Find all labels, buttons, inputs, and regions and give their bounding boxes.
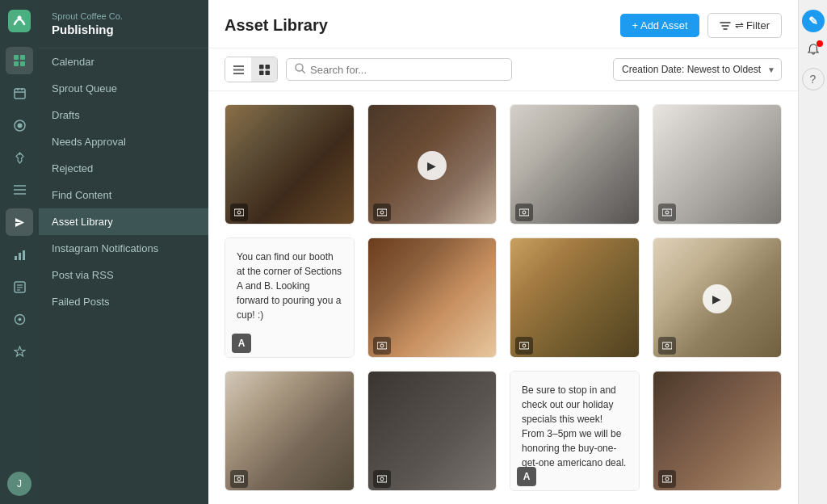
svg-rect-44 xyxy=(519,342,529,349)
view-toggle-group xyxy=(225,57,278,82)
media-type-badge xyxy=(658,337,676,355)
filter-button[interactable]: ⇌ Filter xyxy=(707,13,783,38)
asset-thumbnail xyxy=(225,105,354,225)
sidebar-item-instagram-notifications[interactable]: Instagram Notifications xyxy=(39,235,208,262)
sidebar-item-label: Asset Library xyxy=(52,216,113,228)
svg-rect-6 xyxy=(15,89,25,99)
nav-header: Sprout Coffee Co. Publishing xyxy=(39,0,208,48)
sidebar-item-drafts[interactable]: Drafts xyxy=(39,102,208,128)
svg-point-51 xyxy=(380,477,384,481)
tools-icon-btn[interactable] xyxy=(6,305,33,333)
svg-rect-18 xyxy=(23,250,25,260)
asset-thumbnail: ▶ xyxy=(653,238,782,358)
asset-card[interactable]: Be sure to stop in and check out our hol… xyxy=(510,371,640,491)
starred-icon-btn[interactable] xyxy=(6,338,33,365)
sort-select[interactable]: Creation Date: Newest to Oldest Creation… xyxy=(613,58,782,81)
svg-rect-31 xyxy=(265,70,270,75)
asset-card[interactable]: Store View xyxy=(510,104,640,225)
grid-view-button[interactable] xyxy=(251,57,277,82)
svg-line-33 xyxy=(302,70,305,74)
search-icon xyxy=(295,63,305,76)
media-type-badge xyxy=(658,470,676,488)
asset-card[interactable]: You can find our booth at the corner of … xyxy=(225,237,355,358)
asset-thumbnail xyxy=(368,238,497,358)
svg-point-11 xyxy=(17,123,22,128)
svg-rect-50 xyxy=(377,476,387,482)
toolbar: Creation Date: Newest to Oldest Creation… xyxy=(208,48,798,91)
edit-button[interactable]: ✎ xyxy=(802,10,825,32)
list-icon-btn[interactable] xyxy=(6,176,33,204)
svg-rect-30 xyxy=(259,70,264,75)
svg-rect-2 xyxy=(14,55,19,60)
asset-card[interactable] xyxy=(653,371,783,491)
analytics-icon-btn[interactable] xyxy=(6,241,33,268)
sidebar-item-label: Rejected xyxy=(52,162,93,174)
list-view-button[interactable] xyxy=(225,57,251,82)
svg-point-35 xyxy=(237,211,241,214)
asset-card[interactable] xyxy=(225,371,355,491)
asset-thumbnail xyxy=(368,372,497,491)
send-icon-btn[interactable] xyxy=(6,208,33,236)
sidebar-item-label: Drafts xyxy=(52,109,80,121)
media-type-badge xyxy=(658,204,676,221)
help-button[interactable]: ? xyxy=(802,68,825,90)
asset-card[interactable]: December Special xyxy=(510,237,640,358)
sidebar-item-needs-approval[interactable]: Needs Approval xyxy=(39,128,208,155)
asset-card[interactable]: ▶ How-to Milk Froth xyxy=(653,237,783,358)
reports-icon-btn[interactable] xyxy=(6,273,33,300)
profile-icon-btn[interactable] xyxy=(6,47,33,74)
svg-point-47 xyxy=(665,344,669,347)
company-name: Sprout Coffee Co. xyxy=(52,11,195,21)
inbox-icon-btn[interactable] xyxy=(6,111,33,139)
sidebar-item-find-content[interactable]: Find Content xyxy=(39,182,208,208)
media-type-badge xyxy=(515,337,533,355)
asset-card[interactable]: Pour Over Top xyxy=(653,104,783,225)
grid-view-icon xyxy=(259,65,270,75)
svg-point-49 xyxy=(237,477,241,481)
asset-thumbnail xyxy=(653,105,782,225)
asset-card[interactable]: ▶ Making an Esspresso xyxy=(367,104,497,225)
play-button-overlay[interactable]: ▶ xyxy=(703,284,732,313)
search-input[interactable] xyxy=(310,64,503,76)
text-card-text: Be sure to stop in and check out our hol… xyxy=(522,384,626,468)
sidebar-item-label: Post via RSS xyxy=(52,269,114,281)
asset-thumbnail xyxy=(510,238,639,358)
search-container xyxy=(286,58,512,81)
sidebar-item-label: Find Content xyxy=(52,189,111,201)
play-button-overlay[interactable]: ▶ xyxy=(418,151,447,180)
page-title: Asset Library xyxy=(225,16,328,35)
sidebar-item-failed-posts[interactable]: Failed Posts xyxy=(39,288,208,315)
calendar-icon-btn[interactable] xyxy=(6,79,33,107)
svg-rect-25 xyxy=(233,65,244,67)
asset-card[interactable]: Assorted Coffee xyxy=(225,104,355,225)
svg-rect-38 xyxy=(519,209,529,216)
app-logo[interactable] xyxy=(6,8,32,34)
sidebar-item-label: Needs Approval xyxy=(52,136,126,148)
svg-rect-46 xyxy=(662,342,672,349)
svg-point-37 xyxy=(380,211,384,214)
sidebar-item-rejected[interactable]: Rejected xyxy=(39,155,208,182)
asset-card[interactable] xyxy=(367,371,497,491)
add-asset-button[interactable]: + Add Asset xyxy=(620,14,699,37)
svg-rect-29 xyxy=(265,65,270,69)
sidebar-item-post-via-rss[interactable]: Post via RSS xyxy=(39,262,208,288)
sidebar-item-label: Instagram Notifications xyxy=(52,242,158,254)
sidebar-item-sprout-queue[interactable]: Sprout Queue xyxy=(39,75,208,102)
svg-rect-52 xyxy=(662,476,672,482)
asset-thumbnail xyxy=(225,372,354,491)
notifications-button[interactable] xyxy=(802,39,825,61)
svg-rect-4 xyxy=(14,61,19,66)
sidebar-item-calendar[interactable]: Calendar xyxy=(39,48,208,75)
user-avatar[interactable]: J xyxy=(7,472,31,496)
media-type-badge xyxy=(230,470,248,488)
asset-card[interactable]: Latte Art xyxy=(367,237,497,358)
pin-icon-btn[interactable] xyxy=(6,144,33,171)
svg-rect-36 xyxy=(377,209,387,216)
sidebar-item-asset-library[interactable]: Asset Library xyxy=(39,208,208,235)
sidebar-item-label: Sprout Queue xyxy=(52,82,117,94)
list-view-icon xyxy=(233,65,244,74)
sidebar-item-label: Failed Posts xyxy=(52,296,110,308)
svg-point-1 xyxy=(18,16,22,20)
svg-point-39 xyxy=(523,211,526,214)
main-content: Asset Library + Add Asset ⇌ Filter xyxy=(208,0,798,504)
